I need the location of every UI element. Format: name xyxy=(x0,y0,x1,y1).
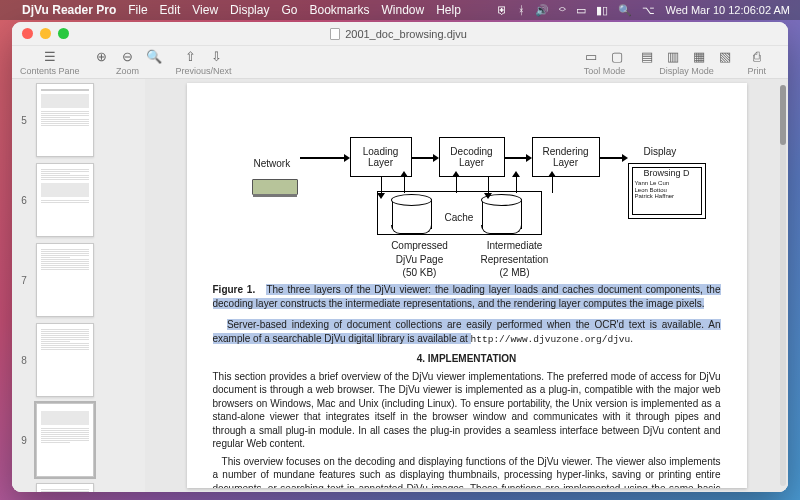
menu-view[interactable]: View xyxy=(192,3,218,17)
page-number: 8 xyxy=(16,355,32,366)
diagram-box-display: Browsing D Yann Le Cun Leon Bottou Patri… xyxy=(628,163,706,219)
tool-mode-select-button[interactable]: ▭ xyxy=(583,49,599,65)
display-mode-1-button[interactable]: ▤ xyxy=(639,49,655,65)
menu-go[interactable]: Go xyxy=(281,3,297,17)
status-search-icon[interactable]: 🔍 xyxy=(618,4,632,17)
status-volume-icon[interactable]: 🔊 xyxy=(535,4,549,17)
vertical-scrollbar[interactable] xyxy=(780,85,786,486)
menu-file[interactable]: File xyxy=(128,3,147,17)
document-page: Network Loading Layer Decoding Layer Ren… xyxy=(187,83,747,488)
diagram-box-rendering: Rendering Layer xyxy=(532,137,600,177)
label-contents-pane: Contents Pane xyxy=(20,66,80,76)
macos-menu-bar: DjVu Reader Pro File Edit View Display G… xyxy=(0,0,800,20)
app-menu[interactable]: DjVu Reader Pro xyxy=(22,3,116,17)
diagram-cache-box xyxy=(377,191,542,235)
page-number: 7 xyxy=(16,275,32,286)
minimize-button[interactable] xyxy=(40,28,51,39)
display-mode-3-button[interactable]: ▦ xyxy=(691,49,707,65)
tool-group-zoom: ⊕ ⊖ 🔍 Zoom xyxy=(94,48,162,76)
url-text: http://www.djvuzone.org/djvu xyxy=(471,334,631,345)
label-tool-mode: Tool Mode xyxy=(584,66,626,76)
thumbnail-pane[interactable]: 5 6 7 8 9 10 xyxy=(12,79,145,492)
window-titlebar: 2001_doc_browsing.djvu xyxy=(12,22,788,46)
thumbnail-page[interactable] xyxy=(36,83,94,157)
figure-caption: Figure 1. The three layers of the DjVu v… xyxy=(213,283,721,310)
tool-group-displaymode: ▤ ▥ ▦ ▧ Display Mode xyxy=(639,48,733,76)
document-title-text: 2001_doc_browsing.djvu xyxy=(345,28,467,40)
diagram-label-network: Network xyxy=(254,157,291,171)
diagram-credit: Patrick Haffner xyxy=(635,193,699,199)
menu-help[interactable]: Help xyxy=(436,3,461,17)
figure-diagram: Network Loading Layer Decoding Layer Ren… xyxy=(232,101,702,277)
label-prev-next: Previous/Next xyxy=(176,66,232,76)
thumbnail-page[interactable] xyxy=(36,483,94,492)
thumbnail-page[interactable] xyxy=(36,243,94,317)
label-print: Print xyxy=(747,66,766,76)
thumbnail-page[interactable] xyxy=(36,163,94,237)
section-heading: 4. IMPLEMENTATION xyxy=(213,352,721,366)
print-button[interactable]: ⎙ xyxy=(749,49,765,65)
document-title: 2001_doc_browsing.djvu xyxy=(69,28,728,40)
label-zoom: Zoom xyxy=(116,66,139,76)
previous-page-button[interactable]: ⇧ xyxy=(183,49,199,65)
zoom-in-button[interactable]: ⊕ xyxy=(94,49,110,65)
thumbnail-page-selected[interactable] xyxy=(36,403,94,477)
tool-group-prevnext: ⇧ ⇩ Previous/Next xyxy=(176,48,232,76)
scrollbar-thumb[interactable] xyxy=(780,85,786,145)
close-button[interactable] xyxy=(22,28,33,39)
page-number: 5 xyxy=(16,115,32,126)
menu-edit[interactable]: Edit xyxy=(160,3,181,17)
diagram-box-decoding: Decoding Layer xyxy=(439,137,505,177)
status-control-center-icon[interactable]: ⌥ xyxy=(642,4,655,17)
diagram-browsing-text: Browsing D xyxy=(635,169,699,178)
label-display-mode: Display Mode xyxy=(659,66,714,76)
diagram-label-display: Display xyxy=(644,145,677,159)
status-battery-icon[interactable]: ▮▯ xyxy=(596,4,608,17)
menu-window[interactable]: Window xyxy=(381,3,424,17)
text: . xyxy=(630,333,633,344)
selected-text[interactable]: Server-based indexing of document collec… xyxy=(213,319,721,344)
selected-text[interactable]: The three layers of the DjVu viewer: the… xyxy=(213,284,721,309)
tool-mode-hand-button[interactable]: ▢ xyxy=(609,49,625,65)
content-area: 5 6 7 8 9 10 Network Loading Layer Decod… xyxy=(12,79,788,492)
paragraph: This section provides a brief overview o… xyxy=(213,370,721,451)
next-page-button[interactable]: ⇩ xyxy=(209,49,225,65)
zoom-out-button[interactable]: ⊖ xyxy=(120,49,136,65)
diagram-device-icon xyxy=(252,179,298,195)
contents-pane-button[interactable]: ☰ xyxy=(42,49,58,65)
figure-caption-label: Figure 1. xyxy=(213,284,256,295)
status-shield-icon[interactable]: ⛨ xyxy=(497,4,508,16)
thumbnail-page[interactable] xyxy=(36,323,94,397)
window-controls xyxy=(22,28,69,39)
menu-display[interactable]: Display xyxy=(230,3,269,17)
display-mode-4-button[interactable]: ▧ xyxy=(717,49,733,65)
toolbar: ☰ Contents Pane ⊕ ⊖ 🔍 Zoom ⇧ ⇩ Previous/… xyxy=(12,46,788,79)
menu-bookmarks[interactable]: Bookmarks xyxy=(309,3,369,17)
zoom-fit-button[interactable]: 🔍 xyxy=(146,49,162,65)
tool-group-print: ⎙ Print xyxy=(747,48,766,76)
tool-group-contents: ☰ Contents Pane xyxy=(20,48,80,76)
fullscreen-button[interactable] xyxy=(58,28,69,39)
status-wifi-icon[interactable]: ⌔ xyxy=(559,4,566,16)
status-clock[interactable]: Wed Mar 10 12:06:02 AM xyxy=(665,4,790,16)
diagram-label-compressed: Compressed DjVu Page (50 KB) xyxy=(380,239,460,280)
diagram-label-intermediate: Intermediate Representation (2 MB) xyxy=(470,239,560,280)
status-bluetooth-icon[interactable]: ᚼ xyxy=(518,4,525,16)
page-viewport[interactable]: Network Loading Layer Decoding Layer Ren… xyxy=(145,79,788,492)
paragraph: This overview focuses on the decoding an… xyxy=(213,455,721,488)
page-number: 6 xyxy=(16,195,32,206)
display-mode-2-button[interactable]: ▥ xyxy=(665,49,681,65)
paragraph: Server-based indexing of document collec… xyxy=(213,318,721,346)
status-flag-icon[interactable]: ▭ xyxy=(576,4,586,17)
document-icon xyxy=(330,28,340,40)
tool-group-toolmode: ▭ ▢ Tool Mode xyxy=(583,48,625,76)
page-number: 9 xyxy=(16,435,32,446)
app-window: 2001_doc_browsing.djvu ☰ Contents Pane ⊕… xyxy=(12,22,788,492)
